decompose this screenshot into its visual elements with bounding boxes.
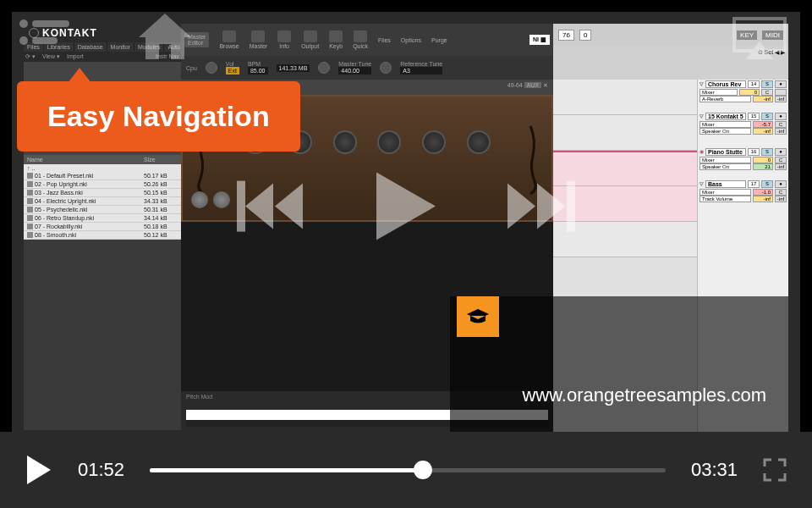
- chan-val[interactable]: 0: [739, 89, 760, 96]
- chan-name[interactable]: Piano Stutte: [705, 148, 746, 156]
- view-dropdown[interactable]: View ▾: [42, 53, 60, 60]
- sort-row[interactable]: ↑ ..: [24, 164, 181, 172]
- amp-knob[interactable]: [422, 130, 446, 154]
- menu-icon[interactable]: [17, 17, 76, 54]
- col-name[interactable]: Name: [27, 157, 144, 163]
- solo-button[interactable]: S: [761, 113, 773, 120]
- list-item[interactable]: 06 - Retro Standup.nki34.14 kB: [24, 214, 181, 223]
- chan-sel[interactable]: Speaker On: [700, 163, 751, 170]
- solo-button[interactable]: S: [761, 80, 773, 88]
- import-button[interactable]: Import: [67, 53, 84, 60]
- info-icon: [277, 30, 291, 42]
- chan-expand-icon[interactable]: ▽: [700, 113, 704, 120]
- chan-val[interactable]: -1.0: [753, 189, 773, 196]
- dark-overlay-patch: [450, 296, 788, 432]
- blank-chip[interactable]: [775, 89, 787, 96]
- svg-rect-1: [32, 20, 69, 27]
- chan-name[interactable]: Chorus Rev: [705, 80, 746, 88]
- c-chip[interactable]: C: [761, 89, 773, 96]
- progress-fill: [150, 468, 423, 472]
- file-icon: [27, 181, 33, 187]
- rec-button[interactable]: ●: [775, 148, 787, 156]
- col-size[interactable]: Size: [144, 157, 178, 163]
- track-lane[interactable]: [553, 80, 697, 115]
- chan-val[interactable]: 21: [753, 163, 773, 170]
- chan-val[interactable]: -inf: [753, 128, 773, 135]
- rec-button[interactable]: ●: [775, 113, 787, 120]
- progress-thumb[interactable]: [414, 461, 432, 479]
- amp-knob[interactable]: [377, 130, 401, 154]
- chan-sel[interactable]: Mixer: [700, 189, 751, 196]
- aux-button[interactable]: AUX: [524, 82, 541, 88]
- chan-name[interactable]: Bass: [705, 180, 746, 188]
- tune-knob[interactable]: [380, 62, 392, 74]
- list-item[interactable]: 02 - Pop Upright.nki50.26 kB: [24, 180, 181, 189]
- bpm-value[interactable]: 85.00: [248, 67, 268, 75]
- metronome-knob[interactable]: [318, 62, 330, 74]
- mixer-channel: ▽Chorus Rev14S● Mixer0C A-Reverb-inf-inf: [698, 80, 788, 103]
- list-item[interactable]: 03 - Jazz Bass.nki50.15 kB: [24, 189, 181, 197]
- file-icon: [27, 198, 33, 204]
- play-button[interactable]: [25, 454, 52, 486]
- chan-val[interactable]: -inf: [753, 196, 773, 202]
- duration: 03:31: [691, 459, 738, 481]
- play-button-center[interactable]: [372, 168, 440, 248]
- vol-knob[interactable]: [206, 62, 217, 74]
- toolbar-browse[interactable]: Browse: [219, 30, 239, 49]
- progress-bar[interactable]: [150, 468, 666, 472]
- chan-expand-icon[interactable]: ▽: [700, 80, 704, 88]
- chan-expand-icon[interactable]: ▽: [700, 180, 704, 188]
- track-lane[interactable]: [553, 115, 697, 151]
- refresh-icon[interactable]: ⟳ ▾: [25, 53, 36, 60]
- chan-val[interactable]: -5.7: [753, 121, 773, 128]
- toolbar-quick[interactable]: Quick: [353, 30, 368, 49]
- toolbar-info[interactable]: Info: [277, 30, 291, 49]
- chan-sel[interactable]: Track Volume: [700, 196, 751, 202]
- tune-value[interactable]: 440.00: [338, 67, 371, 75]
- list-item[interactable]: 01 - Default Preset.nki50.17 kB: [24, 172, 181, 180]
- chan-name[interactable]: 15 Kontakt 5: [705, 113, 746, 120]
- toolbar-files[interactable]: Files: [378, 37, 391, 43]
- chan-record-icon[interactable]: ◉: [700, 148, 704, 156]
- fullscreen-button[interactable]: [763, 458, 787, 482]
- next-button[interactable]: [508, 177, 575, 240]
- list-item[interactable]: 04 - Electric Upright.nki34.33 kB: [24, 197, 181, 206]
- tab-database[interactable]: Database: [74, 42, 107, 52]
- list-item[interactable]: 05 - Psychedelic.nki50.31 kB: [24, 206, 181, 214]
- chan-val[interactable]: 0: [753, 157, 773, 163]
- toolbar-purge[interactable]: Purge: [431, 37, 447, 43]
- tab-monitor[interactable]: Monitor: [107, 42, 134, 52]
- chan-val[interactable]: -inf: [753, 96, 773, 102]
- solo-button[interactable]: S: [761, 148, 773, 156]
- list-item[interactable]: 07 - Rockabilly.nki50.18 kB: [24, 223, 181, 231]
- toolbar-master[interactable]: Master: [250, 30, 267, 49]
- small-knob[interactable]: [213, 191, 230, 208]
- chan-sel[interactable]: Mixer: [700, 121, 751, 128]
- daw-num2[interactable]: 0: [579, 30, 591, 41]
- previous-button[interactable]: [237, 177, 304, 240]
- chan-sel[interactable]: Mixer: [700, 89, 738, 96]
- keyboard-icon: [329, 30, 343, 42]
- ref-value[interactable]: A3: [400, 67, 442, 75]
- svg-rect-5: [237, 181, 245, 232]
- solo-button[interactable]: S: [761, 180, 773, 188]
- rec-button[interactable]: ●: [775, 80, 787, 88]
- chan-num: 15: [748, 113, 760, 120]
- grad-cap-icon: [465, 306, 491, 327]
- chan-sel[interactable]: Mixer: [700, 157, 751, 163]
- small-knob[interactable]: [191, 191, 208, 208]
- amp-knob[interactable]: [333, 130, 357, 154]
- rec-button[interactable]: ●: [775, 180, 787, 188]
- home-icon[interactable]: [135, 12, 195, 66]
- vol-value: Ext: [226, 67, 239, 75]
- chan-sel[interactable]: Speaker On: [700, 128, 751, 135]
- daw-tempo[interactable]: 76: [558, 30, 574, 41]
- toolbar-options[interactable]: Options: [401, 37, 421, 43]
- list-item[interactable]: 08 - Smooth.nki50.12 kB: [24, 231, 181, 240]
- toolbar-keyb[interactable]: Keyb: [329, 30, 343, 49]
- toolbar-output[interactable]: Output: [301, 30, 319, 49]
- ref-tune-label: Reference Tune: [400, 61, 442, 67]
- airplay-icon[interactable]: [732, 17, 787, 64]
- chan-sel[interactable]: A-Reverb: [700, 96, 751, 102]
- amp-knob[interactable]: [467, 130, 491, 154]
